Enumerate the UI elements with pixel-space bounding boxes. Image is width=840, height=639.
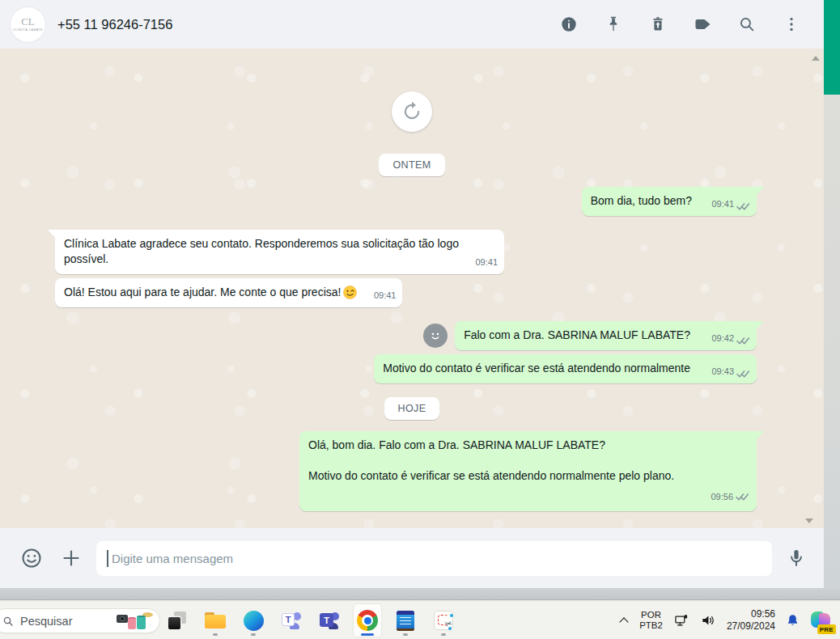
message-composer [0,528,824,588]
edge-button[interactable] [240,604,267,637]
avatar-caption: CLINICA LABATE [13,28,43,32]
teal-edge-strip [824,0,840,95]
message-time: 09:42 [711,331,734,346]
teams-work-icon: T [320,611,339,630]
language-line1: POR [641,610,661,621]
tray-time: 09:56 [751,608,775,620]
menu-kebab-icon[interactable] [782,15,801,34]
react-emoji-button[interactable] [423,324,448,348]
message-outgoing-4[interactable]: Olá, bom dia. Falo com a Dra. SABRINA MA… [299,431,757,511]
microphone-icon[interactable] [785,547,808,569]
message-meta: 09:41 [711,197,750,212]
taskbar-apps: T T ✂ [163,601,457,639]
teams-button[interactable]: T [278,604,305,637]
header-actions [559,15,801,34]
emoji-picker-icon[interactable] [19,546,44,570]
message-text: Clínica Labate agradece seu contato. Res… [64,237,459,265]
chat-scroll-area[interactable]: ONTEM Bom dia, tudo bem? 09:41 Clínica L… [0,49,824,528]
delete-icon[interactable] [648,15,668,34]
message-input-wrap [96,541,772,576]
network-icon[interactable] [673,612,689,628]
contact-avatar[interactable]: CL CLINICA LABATE [11,7,45,42]
search-placeholder: Pesquisar [20,615,116,628]
desktop-edge-strip [0,588,840,600]
window-right-rail [824,0,840,588]
message-input[interactable] [96,541,772,576]
message-time: 09:56 [711,489,733,505]
scrollbar-track[interactable] [824,95,840,588]
message-meta: 09:43 [711,364,750,379]
message-text: Motivo do contato é verificar se está at… [383,362,690,375]
message-incoming-1[interactable]: Clínica Labate agradece seu contato. Res… [55,230,504,274]
tray-date: 27/09/2024 [727,620,775,633]
scroll-down-arrow[interactable] [805,518,813,523]
message-text: Falo com a Dra. SABRINA MALUF LABATE? [464,328,690,341]
date-divider-today: HOJE [384,397,440,420]
search-icon [2,616,14,627]
language-line2: PTB2 [639,620,663,632]
message-text: Bom dia, tudo bem? [591,194,692,207]
refresh-icon [401,101,422,122]
message-time: 09:41 [711,197,734,212]
double-check-icon [736,370,750,379]
search-highlight-image[interactable] [116,611,155,632]
label-icon[interactable] [693,15,712,34]
scroll-up-arrow[interactable] [812,56,820,61]
double-check-icon [736,493,749,501]
file-explorer-icon [205,612,226,628]
notepad-button[interactable] [392,604,419,637]
copilot-pre-badge: PRE [817,624,836,634]
message-time: 09:41 [475,255,498,270]
message-meta: 09:42 [711,331,750,346]
search-icon[interactable] [737,15,757,34]
message-text-line2: Motivo do contato é verificar se está at… [308,468,749,484]
message-text: Olá! Estou aqui para te ajudar. Me conte… [64,286,341,298]
pin-icon[interactable] [604,15,623,34]
smiley-icon [427,328,443,344]
message-row-outgoing-2: Falo com a Dra. SABRINA MALUF LABATE? 09… [423,321,757,350]
date-divider-yesterday: ONTEM [379,154,444,176]
chrome-button[interactable] [354,604,381,637]
notification-bell-icon[interactable] [786,613,800,628]
message-outgoing-3[interactable]: Motivo do contato é verificar se está at… [374,354,757,383]
notepad-icon [397,611,414,631]
teams-icon: T [282,611,301,630]
tray-chevron-up-icon[interactable] [621,616,629,624]
message-incoming-2[interactable]: Olá! Estou aqui para te ajudar. Me conte… [55,278,402,307]
copilot-icon[interactable]: PRE [810,610,832,631]
message-outgoing-1[interactable]: Bom dia, tudo bem? 09:41 [582,187,757,216]
refresh-button[interactable] [392,91,432,132]
system-tray: POR PTB2 09:56 27/09/2024 PRE [621,601,832,639]
edge-icon [244,611,264,631]
windows-taskbar: Pesquisar T T ✂ [0,600,840,639]
wink-emoji [343,286,357,299]
text-cursor [107,550,108,567]
file-explorer-button[interactable] [202,604,229,637]
volume-icon[interactable] [700,612,716,628]
chat-header: CL CLINICA LABATE +55 11 96246-7156 [0,0,824,49]
snipping-tool-icon: ✂ [434,611,453,630]
contact-phone-title[interactable]: +55 11 96246-7156 [57,17,172,32]
double-check-icon [736,202,750,211]
info-icon[interactable] [559,15,579,34]
task-view-button[interactable] [163,604,191,637]
snipping-tool-button[interactable]: ✂ [430,604,457,637]
clock-date[interactable]: 09:56 27/09/2024 [727,608,775,633]
taskbar-search[interactable]: Pesquisar [0,608,160,633]
attach-plus-icon[interactable] [61,548,82,569]
message-text-line1: Olá, bom dia. Falo com a Dra. SABRINA MA… [308,438,749,453]
chrome-icon [357,610,378,631]
language-indicator[interactable]: POR PTB2 [639,610,663,632]
message-time: 09:43 [711,364,734,379]
avatar-monogram: CL [21,17,35,27]
double-check-icon [736,336,750,345]
task-view-icon [168,611,186,629]
teams-secondary-button[interactable]: T [316,604,343,637]
message-outgoing-2[interactable]: Falo com a Dra. SABRINA MALUF LABATE? 09… [455,321,757,350]
message-meta: 09:56 [308,489,749,505]
message-time: 09:41 [374,288,397,303]
